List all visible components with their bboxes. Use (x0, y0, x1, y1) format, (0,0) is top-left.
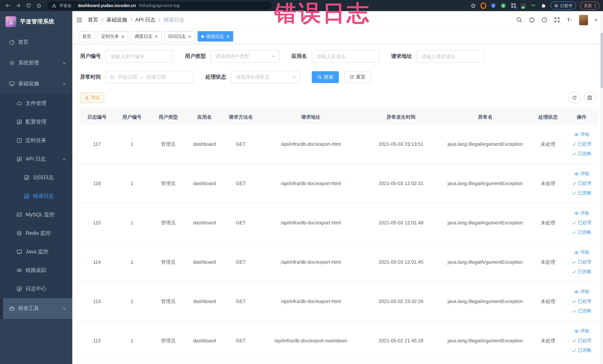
mark-ignored-link[interactable]: 已忽略 (572, 347, 591, 353)
detail-link[interactable]: 详细 (574, 171, 589, 177)
cell-exception-time: 2021-05-03 12:02:31 (363, 164, 439, 203)
tab-error-log[interactable]: 错误日志 (197, 31, 233, 42)
detail-link[interactable]: 详细 (574, 210, 589, 216)
reset-button[interactable]: 重置 (344, 71, 371, 83)
mark-processed-link[interactable]: 已处理 (572, 220, 591, 226)
mark-ignored-label: 已忽略 (578, 190, 591, 196)
mark-ignored-link[interactable]: 已忽略 (572, 308, 591, 314)
breadcrumb-home[interactable]: 首页 (88, 16, 103, 23)
sidebar-item-infra[interactable]: 基础设施 (0, 73, 72, 94)
sidebar-item-file-manage[interactable]: 文件管理 (0, 94, 72, 113)
request-url-input[interactable] (417, 50, 484, 63)
process-status-select[interactable]: 请选择处理状态 (231, 71, 300, 83)
extension-on-badge-icon[interactable]: on (520, 3, 526, 9)
detail-link[interactable]: 详细 (574, 131, 589, 138)
mark-ignored-link[interactable]: 已忽略 (572, 190, 591, 196)
sidebar-collapse-icon[interactable] (76, 16, 83, 23)
tab-close-icon[interactable] (155, 35, 158, 38)
cell-process-status: 未处理 (531, 125, 565, 164)
update-label: 更新 (584, 3, 592, 8)
sidebar-item-system[interactable]: 系统管理 (0, 53, 72, 73)
cell-user-id: 1 (114, 164, 150, 203)
mark-processed-link[interactable]: 已处理 (572, 259, 591, 265)
filter-row-1: 用户编号 用户类型 请选择用户类型 应用名 (80, 50, 599, 63)
mark-ignored-link[interactable]: 已忽略 (572, 229, 591, 235)
mark-processed-link[interactable]: 已处理 (572, 180, 591, 187)
app-name-input[interactable] (312, 50, 379, 63)
page-scrollbar[interactable] (600, 11, 603, 364)
extensions-puzzle-icon[interactable] (540, 3, 546, 9)
mark-ignored-link[interactable]: 已忽略 (572, 269, 591, 275)
search-button[interactable]: 搜索 (312, 71, 339, 83)
not-secure-warning-icon (52, 3, 56, 8)
mark-ignored-label: 已忽略 (578, 347, 591, 353)
tab-close-icon[interactable] (121, 35, 125, 38)
sidebar-item-access-log[interactable]: 访问日志 (0, 168, 72, 187)
exception-time-range-picker[interactable]: 开始日期 ~ 结束日期 (106, 71, 194, 83)
sidebar-item-error-log[interactable]: 错误日志 (0, 187, 72, 205)
forward-icon[interactable] (16, 3, 21, 8)
table-row: 114 1 管理员 dashboard GET /api/infra/db-do… (80, 243, 599, 282)
extension-green-icon[interactable] (500, 3, 506, 9)
extension-grid-icon[interactable] (510, 3, 516, 9)
chrome-update-badge[interactable]: 更新 (580, 1, 599, 10)
sidebar-item-api-log[interactable]: API 日志 (0, 150, 72, 168)
help-icon[interactable]: ? (541, 17, 547, 23)
sidebar-item-config-manage[interactable]: 配置管理 (0, 113, 72, 131)
browser-menu-icon[interactable] (595, 4, 596, 8)
sidebar-item-trace[interactable]: 链路追踪 (0, 261, 72, 280)
sidebar-item-java-monitor[interactable]: Java 监控 (0, 243, 72, 261)
tab-close-icon[interactable] (188, 35, 191, 38)
app-logo-row[interactable]: 🐰 芋道管理系统 (0, 11, 72, 32)
search-icon[interactable] (516, 17, 522, 23)
tab-dispatch-log[interactable]: 调度日志 (131, 31, 162, 42)
refresh-table-button[interactable] (568, 92, 580, 104)
app-name-label: 应用名 (291, 53, 307, 60)
user-menu-caret-icon[interactable] (594, 18, 598, 22)
mark-processed-link[interactable]: 已处理 (572, 298, 591, 305)
sidebar-item-redis-monitor[interactable]: Redis 监控 (0, 224, 72, 243)
scrollbar-thumb[interactable] (600, 33, 603, 88)
breadcrumb-api-log[interactable]: API 日志 (135, 16, 160, 23)
tab-scheduled-job[interactable]: 定时任务 (97, 31, 128, 42)
sidebar-item-home[interactable]: 首页 (0, 32, 72, 53)
cell-request-url: /api/infra/db-doc/export-html (259, 282, 363, 321)
detail-link[interactable]: 详细 (574, 249, 589, 256)
detail-link[interactable]: 详细 (574, 328, 589, 334)
screen: 错误日志 不安全 dashboard.yudao.iocoder.cn/infr… (0, 0, 603, 364)
bookmark-star-icon[interactable] (470, 3, 476, 9)
sidebar-item-mysql-monitor[interactable]: MySQL 监控 (0, 205, 72, 224)
sidebar-item-dev-tools[interactable]: 研发工具 (3, 298, 72, 319)
extension-orange-icon[interactable] (480, 3, 486, 9)
extension-shield-icon[interactable] (490, 3, 496, 9)
back-icon[interactable] (5, 3, 10, 8)
export-button[interactable]: 导出 (80, 92, 104, 103)
cell-exception-name: java.lang.IllegalArgumentException (439, 321, 531, 360)
breadcrumb-infra[interactable]: 基础设施 (106, 16, 132, 23)
tab-access-log[interactable]: 访问日志 (164, 31, 195, 42)
github-icon[interactable] (529, 17, 535, 23)
detail-link-label: 详细 (580, 249, 589, 256)
fullscreen-icon[interactable] (554, 17, 560, 23)
tab-close-icon[interactable] (226, 35, 230, 38)
mark-processed-link[interactable]: 已处理 (572, 141, 591, 147)
url-bar[interactable]: 不安全 dashboard.yudao.iocoder.cn/infra/log… (47, 1, 271, 10)
detail-link[interactable]: 详细 (574, 289, 589, 295)
extension-sprout-icon[interactable] (530, 3, 536, 9)
cell-request-url: /api/infra/db-doc/export-html (259, 243, 363, 282)
user-type-select[interactable]: 请选择用户类型 (210, 50, 279, 63)
cell-method: GET (223, 164, 259, 203)
profile-paused-badge[interactable]: 😄 已暂停 (550, 1, 576, 10)
home-icon[interactable] (36, 3, 42, 8)
mark-ignored-link[interactable]: 已忽略 (572, 151, 591, 157)
column-settings-button[interactable] (584, 92, 596, 104)
sidebar-item-log-center[interactable]: 日志中心 (0, 280, 72, 298)
user-avatar[interactable] (579, 15, 588, 25)
mark-processed-link[interactable]: 已处理 (572, 338, 591, 344)
user-id-input[interactable] (106, 50, 173, 63)
sidebar-item-scheduled-job[interactable]: 定时任务 (0, 131, 72, 150)
font-size-icon[interactable]: TT (566, 17, 573, 23)
browser-toolbar: 不安全 dashboard.yudao.iocoder.cn/infra/log… (0, 0, 603, 11)
reload-icon[interactable] (26, 3, 31, 8)
tab-home[interactable]: 首页 (79, 31, 95, 42)
